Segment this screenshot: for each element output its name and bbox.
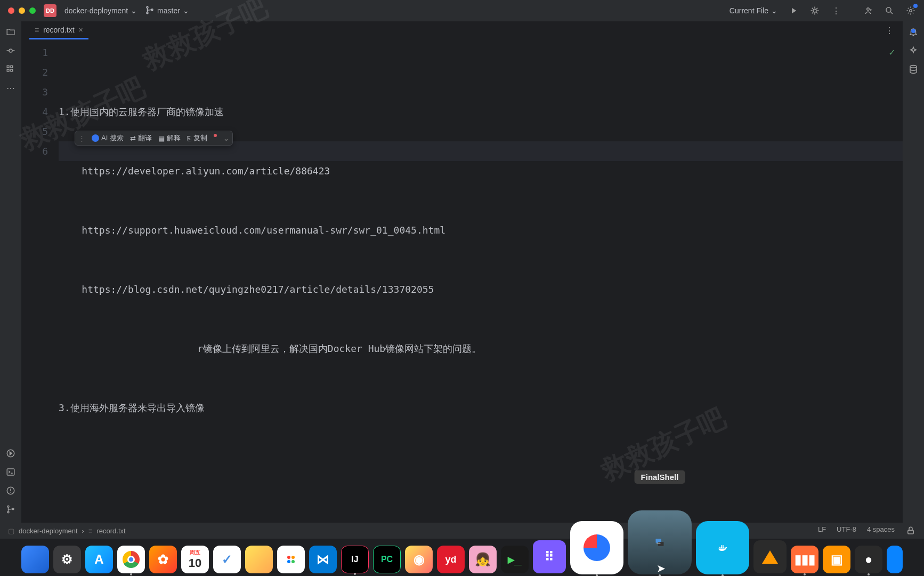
- toolbar-expand-button[interactable]: ⌄: [223, 134, 229, 142]
- dock-finder[interactable]: [21, 546, 49, 573]
- project-tool-button[interactable]: [5, 27, 16, 37]
- dock-appstore[interactable]: A: [85, 546, 113, 573]
- svg-point-16: [7, 511, 9, 513]
- svg-point-18: [910, 66, 917, 68]
- dock-intellij[interactable]: IJ: [341, 546, 369, 573]
- maximize-window-button[interactable]: [29, 7, 36, 14]
- translate-button[interactable]: ⇄ 翻译: [130, 133, 152, 143]
- svg-point-0: [147, 6, 148, 8]
- explain-button[interactable]: ▤ 解释: [158, 133, 181, 143]
- dock-tooltip: FinalShell: [635, 470, 685, 484]
- copy-button[interactable]: ⎘ 复制: [187, 133, 207, 143]
- chevron-down-icon: ⌄: [183, 6, 189, 15]
- dock-avatar[interactable]: 👧: [469, 546, 497, 573]
- svg-rect-21: [658, 542, 664, 546]
- readonly-lock-button[interactable]: [905, 525, 916, 536]
- debug-button[interactable]: [809, 5, 820, 16]
- line-ending-label[interactable]: LF: [818, 525, 826, 536]
- settings-button[interactable]: [905, 5, 916, 16]
- commit-tool-button[interactable]: [5, 45, 16, 56]
- run-button[interactable]: [788, 5, 799, 16]
- svg-rect-23: [656, 543, 661, 544]
- titlebar: DD docker-deployment ⌄ master ⌄ Current …: [0, 0, 924, 21]
- close-window-button[interactable]: [8, 7, 14, 14]
- dock-pycharm[interactable]: PC: [373, 546, 401, 573]
- dock-app-circle[interactable]: ◉: [405, 546, 433, 573]
- dock-finalshell[interactable]: FinalShell ➤: [628, 510, 692, 574]
- svg-rect-22: [658, 543, 660, 543]
- structure-tool-button[interactable]: [5, 64, 16, 75]
- ai-badge-icon: [92, 134, 99, 142]
- ai-search-button[interactable]: AI 搜索: [92, 133, 124, 143]
- left-tool-bar: ⋯: [0, 21, 21, 523]
- selection-toolbar: ⋮ AI 搜索 ⇄ 翻译 ▤ 解释 ⎘ 复制 ⌄: [75, 131, 233, 146]
- code-line: https://developer.aliyun.com/article/886…: [59, 165, 330, 177]
- svg-point-3: [813, 9, 816, 12]
- dock-ticktick[interactable]: ✓: [213, 546, 241, 573]
- problems-tool-button[interactable]: [5, 485, 16, 496]
- breadcrumb-project-icon: ▢: [8, 527, 14, 535]
- code-with-me-button[interactable]: [863, 5, 873, 16]
- window-controls: [8, 7, 36, 14]
- dock-youdao[interactable]: yd: [437, 546, 465, 573]
- dock-iterm[interactable]: ▸_: [501, 546, 529, 573]
- svg-rect-27: [721, 546, 722, 547]
- dock-screenshot[interactable]: ▣: [823, 546, 850, 573]
- terminal-tool-button[interactable]: [5, 467, 16, 477]
- copy-label: 复制: [193, 133, 207, 143]
- services-tool-button[interactable]: [5, 448, 16, 459]
- dock-chart-app[interactable]: ▮▮▮: [791, 546, 818, 573]
- more-tools-button[interactable]: ⋯: [5, 83, 16, 93]
- ai-search-label: AI 搜索: [101, 133, 124, 143]
- svg-point-5: [886, 7, 891, 12]
- dock-grid-app[interactable]: ⠿: [533, 540, 566, 573]
- git-tool-button[interactable]: [5, 504, 16, 515]
- search-button[interactable]: [884, 5, 895, 16]
- ai-assistant-button[interactable]: [908, 45, 919, 56]
- dock-chrome[interactable]: [117, 546, 145, 573]
- breadcrumb-file[interactable]: record.txt: [97, 527, 126, 535]
- project-dropdown[interactable]: docker-deployment ⌄: [64, 6, 137, 15]
- dock-notes[interactable]: [245, 546, 273, 573]
- run-config-dropdown[interactable]: Current File ⌄: [730, 6, 777, 15]
- document-icon: ▤: [158, 134, 165, 142]
- dock-baidu-cloud[interactable]: [570, 521, 623, 574]
- svg-point-17: [12, 508, 14, 510]
- breadcrumb-project[interactable]: docker-deployment: [19, 527, 78, 535]
- breadcrumb-file-icon: ≡: [88, 527, 93, 535]
- editor-area: ≡ record.txt × ⋮ ✓ 123456 1.使用国内的云服务器厂商的…: [21, 21, 903, 523]
- code-editor[interactable]: ✓ 123456 1.使用国内的云服务器厂商的镜像加速 https://deve…: [21, 40, 903, 523]
- dock-reminders[interactable]: [277, 546, 305, 573]
- dock-photos[interactable]: ✿: [149, 546, 177, 573]
- dock-recorder[interactable]: ●: [855, 546, 882, 573]
- notifications-button[interactable]: [908, 27, 919, 37]
- svg-point-15: [7, 506, 9, 507]
- dock-docker[interactable]: [696, 521, 749, 574]
- database-button[interactable]: [908, 64, 919, 75]
- translate-icon: ⇄: [130, 134, 136, 142]
- code-line: 1.使用国内的云服务器厂商的镜像加速: [59, 106, 224, 117]
- tab-more-button[interactable]: ⋮: [884, 25, 895, 36]
- branch-icon: [145, 5, 155, 17]
- more-actions-button[interactable]: ⋮: [831, 5, 841, 16]
- close-tab-button[interactable]: ×: [79, 26, 83, 34]
- status-bar: ▢ docker-deployment › ≡ record.txt LF UT…: [0, 523, 924, 539]
- code-line: https://blog.csdn.net/quyingzhe0217/arti…: [59, 284, 434, 295]
- dock-partial[interactable]: [887, 546, 903, 573]
- dock-settings[interactable]: ⚙: [53, 546, 81, 573]
- svg-rect-13: [7, 469, 14, 475]
- toolbar-handle[interactable]: ⋮: [78, 134, 85, 142]
- svg-point-1: [147, 12, 148, 13]
- dock-sublime[interactable]: [753, 540, 787, 573]
- indent-label[interactable]: 4 spaces: [867, 525, 895, 536]
- copy-icon: ⎘: [187, 134, 191, 142]
- dock-calendar[interactable]: 周五 10: [181, 546, 209, 573]
- svg-rect-9: [7, 69, 9, 71]
- indicator-dot: [214, 134, 217, 137]
- minimize-window-button[interactable]: [19, 7, 25, 14]
- svg-rect-19: [908, 530, 914, 534]
- encoding-label[interactable]: UTF-8: [837, 525, 856, 536]
- branch-dropdown[interactable]: master ⌄: [145, 5, 189, 17]
- dock-vscode[interactable]: ⋈: [309, 546, 337, 573]
- file-tab[interactable]: ≡ record.txt ×: [29, 21, 88, 39]
